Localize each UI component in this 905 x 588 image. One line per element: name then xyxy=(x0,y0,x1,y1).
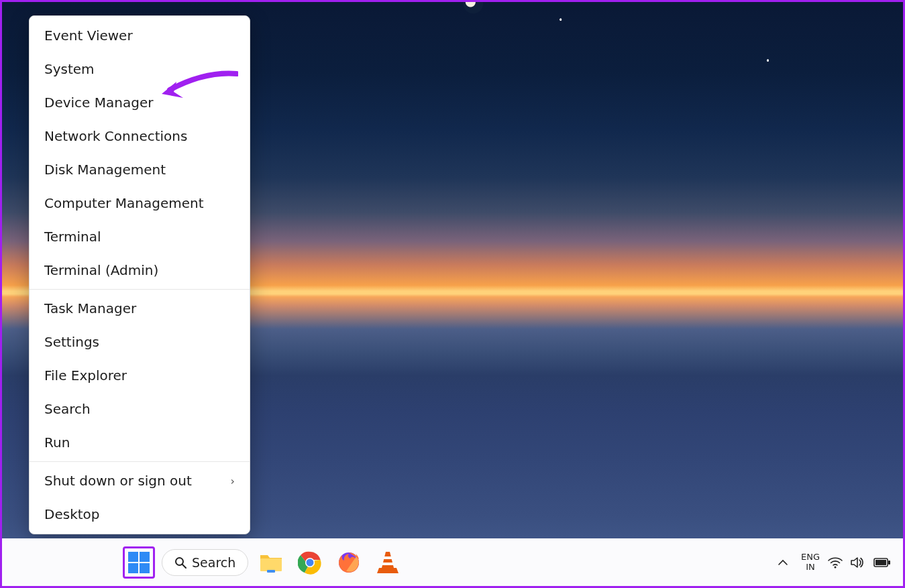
search-icon xyxy=(174,556,187,569)
taskbar-search[interactable]: Search xyxy=(162,549,248,576)
svg-rect-16 xyxy=(888,561,890,565)
start-button[interactable] xyxy=(123,546,155,579)
menu-item-system[interactable]: System xyxy=(30,52,250,86)
menu-item-label: File Explorer xyxy=(44,367,127,384)
menu-item-event-viewer[interactable]: Event Viewer xyxy=(30,19,250,52)
search-label: Search xyxy=(192,555,235,570)
menu-item-label: Search xyxy=(44,401,91,417)
chrome-icon xyxy=(298,550,322,575)
language-indicator[interactable]: ENG IN xyxy=(801,552,820,573)
winx-context-menu: Event Viewer System Device Manager Netwo… xyxy=(29,15,250,534)
taskbar-app-firefox[interactable] xyxy=(333,546,365,579)
menu-item-network-connections[interactable]: Network Connections xyxy=(30,119,250,153)
taskbar-system-tray: ENG IN xyxy=(773,538,891,586)
menu-item-file-explorer[interactable]: File Explorer xyxy=(30,359,250,392)
menu-item-settings[interactable]: Settings xyxy=(30,325,250,359)
menu-item-label: Shut down or sign out xyxy=(44,473,192,489)
taskbar-center: Search xyxy=(123,546,404,579)
menu-item-desktop[interactable]: Desktop xyxy=(30,497,250,531)
tray-overflow-button[interactable] xyxy=(773,546,793,579)
menu-item-label: Run xyxy=(44,434,70,451)
menu-item-search[interactable]: Search xyxy=(30,392,250,426)
lang-line1: ENG xyxy=(801,552,820,563)
menu-item-device-manager[interactable]: Device Manager xyxy=(30,86,250,119)
wifi-icon[interactable] xyxy=(828,556,843,569)
menu-item-label: Disk Management xyxy=(44,162,166,178)
taskbar-app-file-explorer[interactable] xyxy=(255,546,287,579)
menu-item-disk-management[interactable]: Disk Management xyxy=(30,153,250,186)
screenshot-frame: Event Viewer System Device Manager Netwo… xyxy=(0,0,905,588)
menu-item-run[interactable]: Run xyxy=(30,426,250,459)
menu-item-label: System xyxy=(44,61,95,77)
svg-rect-0 xyxy=(128,552,138,562)
svg-rect-13 xyxy=(382,563,393,565)
windows-logo-icon xyxy=(127,551,150,574)
menu-item-label: Task Manager xyxy=(44,300,136,316)
menu-item-label: Terminal (Admin) xyxy=(44,262,158,278)
menu-item-label: Device Manager xyxy=(44,95,153,111)
file-explorer-icon xyxy=(259,551,283,574)
menu-item-label: Settings xyxy=(44,334,99,350)
menu-item-label: Event Viewer xyxy=(44,27,133,44)
menu-item-terminal-admin[interactable]: Terminal (Admin) xyxy=(30,253,250,287)
svg-rect-12 xyxy=(384,556,392,559)
svg-rect-6 xyxy=(260,558,282,571)
battery-icon[interactable] xyxy=(873,557,891,568)
firefox-icon xyxy=(337,550,361,575)
svg-line-5 xyxy=(182,565,186,568)
svg-rect-2 xyxy=(128,563,138,573)
menu-separator xyxy=(30,461,250,462)
menu-item-label: Desktop xyxy=(44,506,99,522)
chevron-up-icon xyxy=(778,557,788,568)
menu-item-label: Terminal xyxy=(44,229,101,245)
menu-item-shutdown-signout[interactable]: Shut down or sign out › xyxy=(30,464,250,497)
vlc-icon xyxy=(376,550,399,575)
taskbar-app-chrome[interactable] xyxy=(294,546,326,579)
svg-rect-3 xyxy=(140,563,150,573)
chevron-right-icon: › xyxy=(231,475,235,487)
taskbar-app-vlc[interactable] xyxy=(372,546,404,579)
menu-item-task-manager[interactable]: Task Manager xyxy=(30,292,250,325)
menu-item-computer-management[interactable]: Computer Management xyxy=(30,186,250,220)
menu-separator xyxy=(30,289,250,290)
menu-item-label: Computer Management xyxy=(44,195,204,211)
svg-rect-7 xyxy=(267,570,275,573)
svg-point-10 xyxy=(307,558,314,566)
menu-item-terminal[interactable]: Terminal xyxy=(30,220,250,253)
svg-point-14 xyxy=(835,566,837,568)
svg-rect-1 xyxy=(140,552,150,562)
lang-line2: IN xyxy=(801,563,820,573)
menu-item-label: Network Connections xyxy=(44,128,187,144)
taskbar: Search xyxy=(2,538,903,586)
volume-icon[interactable] xyxy=(851,556,865,569)
svg-rect-17 xyxy=(875,560,886,565)
